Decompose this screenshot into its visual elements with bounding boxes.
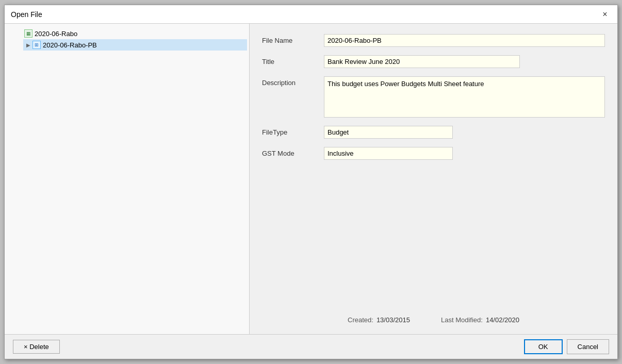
tree-expand-icon	[17, 30, 23, 37]
file-type-value: Budget	[324, 126, 453, 139]
file-name-input[interactable]	[324, 34, 605, 47]
tree-item-rabo-pb[interactable]: ▶ ⊞ 2020-06-Rabo-PB	[23, 39, 247, 51]
created-value: 13/03/2015	[377, 316, 410, 324]
metadata-row: Created: 13/03/2015 Last Modified: 14/02…	[262, 306, 605, 324]
file-details-panel: File Name Title Description This budget …	[250, 24, 617, 334]
spreadsheet-icon: ▦	[24, 29, 32, 38]
footer-right-buttons: OK Cancel	[524, 339, 609, 354]
file-name-row: File Name	[262, 34, 605, 47]
close-button[interactable]: ×	[599, 8, 611, 21]
tree-item-label-pb: 2020-06-Rabo-PB	[43, 41, 97, 49]
last-modified-label: Last Modified:	[441, 316, 483, 324]
created-info: Created: 13/03/2015	[348, 316, 410, 324]
last-modified-value: 14/02/2020	[486, 316, 519, 324]
file-name-label: File Name	[262, 34, 324, 44]
gst-mode-row: GST Mode Inclusive	[262, 147, 605, 160]
dialog-footer: × Delete OK Cancel	[5, 334, 617, 359]
title-bar: Open File ×	[5, 5, 617, 24]
delete-button-label: × Delete	[24, 343, 49, 351]
dialog-body: ▦ 2020-06-Rabo ▶ ⊞ 2020-06-Rabo-PB File …	[5, 24, 617, 334]
ok-button[interactable]: OK	[524, 339, 563, 354]
gst-mode-value: Inclusive	[324, 147, 453, 160]
description-label: Description	[262, 76, 324, 87]
description-textarea[interactable]: This budget uses Power Budgets Multi She…	[324, 76, 605, 118]
file-type-label: FileType	[262, 126, 324, 136]
gst-mode-label: GST Mode	[262, 147, 324, 157]
title-input[interactable]	[324, 55, 520, 68]
description-row: Description This budget uses Power Budge…	[262, 76, 605, 118]
open-file-dialog: Open File × ▦ 2020-06-Rabo ▶ ⊞ 2020-06-R…	[4, 5, 618, 359]
pb-icon: ⊞	[32, 41, 41, 49]
last-modified-info: Last Modified: 14/02/2020	[441, 316, 519, 324]
cancel-button[interactable]: Cancel	[567, 339, 609, 354]
tree-expand-icon-pb: ▶	[25, 42, 31, 48]
file-type-row: FileType Budget	[262, 126, 605, 139]
title-row: Title	[262, 55, 605, 68]
file-tree-panel: ▦ 2020-06-Rabo ▶ ⊞ 2020-06-Rabo-PB	[5, 24, 250, 334]
tree-item-rabo[interactable]: ▦ 2020-06-Rabo	[15, 28, 247, 39]
tree-item-label: 2020-06-Rabo	[35, 30, 77, 38]
title-label: Title	[262, 55, 324, 65]
dialog-title: Open File	[11, 10, 42, 19]
delete-button[interactable]: × Delete	[13, 340, 60, 354]
created-label: Created:	[348, 316, 373, 324]
